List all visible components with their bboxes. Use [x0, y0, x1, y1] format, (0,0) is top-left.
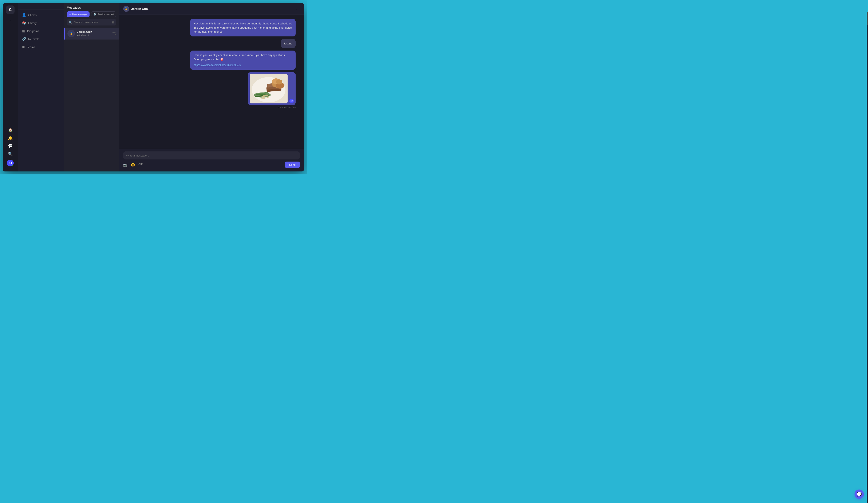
sidebar-item-referrals[interactable]: 🔗 Referrals: [20, 35, 62, 43]
svg-point-14: [276, 80, 282, 84]
chat-messages: Hey Jordan, this is just a reminder we h…: [119, 15, 304, 149]
nav-items: [3, 27, 18, 128]
send-broadcast-button[interactable]: 📡 Send broadcast: [91, 11, 116, 17]
teams-icon: ⊞: [22, 45, 25, 49]
gif-icon[interactable]: GIF: [138, 163, 143, 167]
home-icon[interactable]: 🏠: [8, 128, 13, 132]
library-icon: 📚: [22, 21, 26, 25]
message-input[interactable]: [126, 154, 297, 157]
message-1: Hey Jordan, this is just a reminder we h…: [190, 19, 296, 36]
conversation-name: Jordan Cruz: [77, 31, 111, 33]
referrals-icon: 🔗: [22, 37, 26, 41]
search-icon[interactable]: 🔍: [8, 152, 13, 156]
sidebar-item-label: Teams: [27, 45, 35, 49]
sidebar-item-label: Clients: [28, 13, 37, 17]
conversation-meta: now: [113, 31, 116, 36]
sidebar-item-label: Library: [28, 21, 37, 25]
message-3: Here is your weekly check-in review, let…: [190, 51, 296, 70]
more-options-button[interactable]: ⋯: [296, 7, 300, 11]
sidebar-item-label: Programs: [27, 30, 39, 33]
input-actions: 📷 😊 GIF: [123, 163, 143, 167]
icon-sidebar: C ‹ 🏠 🔔 💬 🔍 DJ: [3, 3, 18, 171]
action-buttons: ✏ New message 📡 Send broadcast: [67, 11, 116, 17]
sidebar-item-label: Referrals: [28, 38, 39, 41]
message-text: testing: [284, 42, 292, 45]
conversation-list: 🏅 Jordan Cruz Attachment now: [64, 28, 119, 171]
sidebar-item-programs[interactable]: ▦ Programs: [20, 27, 62, 35]
nav-sidebar-header: [18, 3, 64, 10]
message-image-wrapper: DJ: [248, 72, 296, 105]
nav-sidebar: 👤 Clients 📚 Library ▦ Programs 🔗 Referra…: [18, 3, 64, 171]
nav-sidebar-links: 👤 Clients 📚 Library ▦ Programs 🔗 Referra…: [18, 10, 64, 52]
sidebar-item-teams[interactable]: ⊞ Teams: [20, 43, 62, 51]
messages-panel-title: Messages: [67, 6, 116, 9]
chat-input-area: 📷 😊 GIF Send: [119, 149, 304, 171]
message-link[interactable]: https://www.loom.com/share/53729592432: [194, 64, 241, 66]
message-2: testing: [281, 39, 296, 48]
conversation-avatar: 🏅: [68, 30, 75, 37]
messages-panel-header: Messages ✏ New message 📡 Send broadcast …: [64, 3, 119, 28]
conversation-item[interactable]: 🏅 Jordan Cruz Attachment now: [64, 28, 119, 40]
new-message-button[interactable]: ✏ New message: [67, 11, 90, 17]
clients-icon: 👤: [22, 13, 26, 17]
programs-icon: ▦: [22, 29, 25, 33]
camera-icon[interactable]: 📷: [123, 163, 127, 167]
messages-panel: Messages ✏ New message 📡 Send broadcast …: [64, 3, 119, 171]
notification-icon[interactable]: 🔔: [8, 136, 13, 140]
compose-icon: ✏: [69, 13, 71, 15]
filter-icon[interactable]: ⊟: [112, 21, 114, 24]
chat-icon[interactable]: 💬: [8, 144, 13, 148]
conversation-time: now: [113, 31, 116, 33]
chat-input-box: [123, 151, 300, 159]
sidebar-bottom: 🏠 🔔 💬 🔍 DJ: [7, 128, 14, 169]
chat-contact-name: Jordan Cruz: [131, 7, 148, 11]
search-input[interactable]: [74, 21, 110, 24]
app-window: C ‹ 🏠 🔔 💬 🔍 DJ 👤 Clients 📚: [3, 3, 304, 171]
message-4-container: DJ a few seconds ago: [248, 72, 296, 108]
message-text: Here is your weekly check-in review, let…: [194, 53, 292, 61]
chat-area: 🏅 Jordan Cruz ⋯ Hey Jordan, this is just…: [119, 3, 304, 171]
unread-indicator: [115, 34, 116, 36]
emoji-icon[interactable]: 😊: [131, 163, 135, 167]
chat-contact-avatar: 🏅: [123, 6, 129, 12]
search-icon: 🔍: [69, 21, 72, 24]
conversation-info: Jordan Cruz Attachment: [77, 31, 111, 36]
chat-header: 🏅 Jordan Cruz ⋯: [119, 3, 304, 15]
broadcast-icon: 📡: [94, 13, 96, 15]
conversation-preview: Attachment: [77, 34, 111, 36]
search-bar: 🔍 ⊟: [67, 19, 116, 25]
user-avatar[interactable]: DJ: [7, 160, 14, 166]
sidebar-item-library[interactable]: 📚 Library: [20, 19, 62, 27]
app-logo[interactable]: C: [6, 6, 14, 14]
chat-input-toolbar: 📷 😊 GIF Send: [123, 161, 300, 168]
chat-header-title: 🏅 Jordan Cruz: [123, 6, 148, 12]
online-indicator: [12, 165, 14, 166]
sender-avatar: DJ: [289, 99, 294, 103]
message-text: Hey Jordan, this is just a reminder we h…: [194, 22, 292, 33]
collapse-button[interactable]: ‹: [7, 17, 13, 23]
message-image: [250, 74, 288, 103]
sidebar-item-clients[interactable]: 👤 Clients: [20, 11, 62, 19]
send-button[interactable]: Send: [285, 161, 300, 168]
message-timestamp: a few seconds ago: [278, 106, 296, 108]
